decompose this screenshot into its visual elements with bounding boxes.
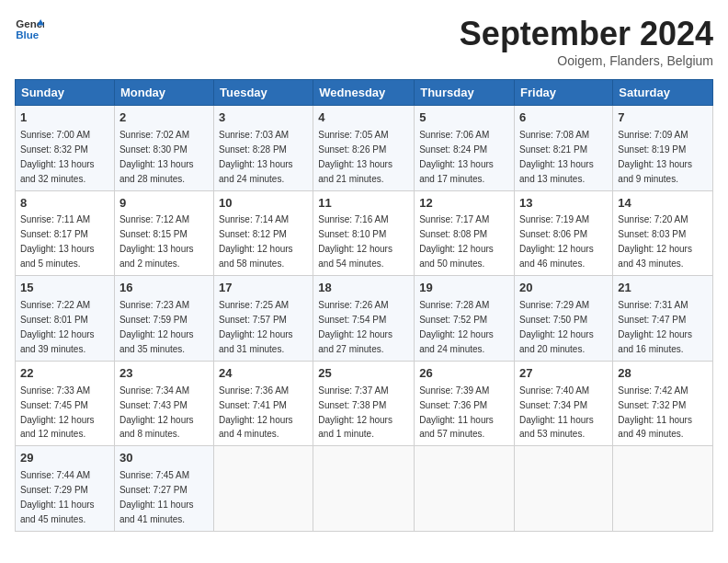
- day-detail: Sunrise: 7:02 AMSunset: 8:30 PMDaylight:…: [119, 130, 194, 184]
- calendar-cell: [313, 446, 415, 532]
- day-number: 26: [419, 365, 509, 383]
- calendar-cell: 25Sunrise: 7:37 AMSunset: 7:38 PMDayligh…: [313, 361, 415, 446]
- calendar-cell: 29Sunrise: 7:44 AMSunset: 7:29 PMDayligh…: [16, 446, 115, 532]
- calendar-cell: 30Sunrise: 7:45 AMSunset: 7:27 PMDayligh…: [114, 446, 213, 532]
- day-detail: Sunrise: 7:33 AMSunset: 7:45 PMDaylight:…: [20, 385, 95, 440]
- calendar-cell: 28Sunrise: 7:42 AMSunset: 7:32 PMDayligh…: [613, 361, 713, 446]
- day-detail: Sunrise: 7:19 AMSunset: 8:06 PMDaylight:…: [519, 214, 594, 269]
- calendar-cell: [613, 446, 713, 532]
- week-row-2: 8Sunrise: 7:11 AMSunset: 8:17 PMDaylight…: [16, 190, 713, 276]
- day-detail: Sunrise: 7:26 AMSunset: 7:54 PMDaylight:…: [318, 300, 392, 354]
- day-detail: Sunrise: 7:40 AMSunset: 7:34 PMDaylight:…: [519, 385, 594, 440]
- calendar-cell: 19Sunrise: 7:28 AMSunset: 7:52 PMDayligh…: [415, 276, 515, 362]
- day-number: 11: [318, 195, 409, 213]
- day-detail: Sunrise: 7:28 AMSunset: 7:52 PMDaylight:…: [419, 300, 494, 354]
- day-detail: Sunrise: 7:22 AMSunset: 8:01 PMDaylight:…: [20, 300, 95, 354]
- calendar-cell: 14Sunrise: 7:20 AMSunset: 8:03 PMDayligh…: [613, 190, 713, 276]
- day-number: 1: [20, 109, 109, 127]
- day-detail: Sunrise: 7:16 AMSunset: 8:10 PMDaylight:…: [318, 214, 392, 269]
- calendar-cell: 7Sunrise: 7:09 AMSunset: 8:19 PMDaylight…: [613, 106, 713, 191]
- month-title: September 2024: [460, 15, 713, 53]
- day-number: 15: [20, 280, 109, 297]
- location-subtitle: Ooigem, Flanders, Belgium: [460, 53, 713, 68]
- calendar-cell: 22Sunrise: 7:33 AMSunset: 7:45 PMDayligh…: [16, 361, 115, 446]
- day-detail: Sunrise: 7:03 AMSunset: 8:28 PMDaylight:…: [219, 130, 293, 184]
- day-detail: Sunrise: 7:06 AMSunset: 8:24 PMDaylight:…: [419, 130, 494, 184]
- calendar-cell: 26Sunrise: 7:39 AMSunset: 7:36 PMDayligh…: [415, 361, 515, 446]
- day-number: 13: [519, 195, 608, 213]
- calendar-cell: 11Sunrise: 7:16 AMSunset: 8:10 PMDayligh…: [313, 190, 415, 276]
- calendar-cell: 20Sunrise: 7:29 AMSunset: 7:50 PMDayligh…: [515, 276, 613, 362]
- week-row-3: 15Sunrise: 7:22 AMSunset: 8:01 PMDayligh…: [16, 276, 713, 362]
- calendar-cell: 15Sunrise: 7:22 AMSunset: 8:01 PMDayligh…: [16, 276, 115, 362]
- page-header: General Blue September 2024 Ooigem, Flan…: [15, 15, 713, 68]
- col-header-saturday: Saturday: [613, 80, 713, 106]
- title-block: September 2024 Ooigem, Flanders, Belgium: [460, 15, 713, 68]
- day-number: 16: [119, 280, 209, 297]
- calendar-cell: 18Sunrise: 7:26 AMSunset: 7:54 PMDayligh…: [313, 276, 415, 362]
- day-detail: Sunrise: 7:42 AMSunset: 7:32 PMDaylight:…: [618, 385, 692, 440]
- day-number: 2: [119, 109, 209, 127]
- calendar-cell: 1Sunrise: 7:00 AMSunset: 8:32 PMDaylight…: [16, 106, 115, 191]
- calendar-body: 1Sunrise: 7:00 AMSunset: 8:32 PMDaylight…: [16, 106, 713, 532]
- calendar-cell: [515, 446, 613, 532]
- calendar-cell: 13Sunrise: 7:19 AMSunset: 8:06 PMDayligh…: [515, 190, 613, 276]
- calendar-cell: 21Sunrise: 7:31 AMSunset: 7:47 PMDayligh…: [613, 276, 713, 362]
- day-detail: Sunrise: 7:29 AMSunset: 7:50 PMDaylight:…: [519, 300, 594, 354]
- calendar-cell: 27Sunrise: 7:40 AMSunset: 7:34 PMDayligh…: [515, 361, 613, 446]
- col-header-tuesday: Tuesday: [214, 80, 313, 106]
- day-number: 14: [618, 195, 708, 213]
- day-detail: Sunrise: 7:17 AMSunset: 8:08 PMDaylight:…: [419, 214, 494, 269]
- day-number: 3: [219, 109, 308, 127]
- day-detail: Sunrise: 7:14 AMSunset: 8:12 PMDaylight:…: [219, 214, 293, 269]
- day-number: 8: [20, 195, 109, 213]
- day-number: 6: [519, 109, 608, 127]
- day-number: 7: [618, 109, 708, 127]
- day-number: 17: [219, 280, 308, 297]
- day-number: 19: [419, 280, 509, 297]
- day-detail: Sunrise: 7:34 AMSunset: 7:43 PMDaylight:…: [119, 385, 194, 440]
- calendar-cell: 24Sunrise: 7:36 AMSunset: 7:41 PMDayligh…: [214, 361, 313, 446]
- col-header-monday: Monday: [114, 80, 213, 106]
- day-detail: Sunrise: 7:08 AMSunset: 8:21 PMDaylight:…: [519, 130, 594, 184]
- day-detail: Sunrise: 7:31 AMSunset: 7:47 PMDaylight:…: [618, 300, 692, 354]
- day-detail: Sunrise: 7:25 AMSunset: 7:57 PMDaylight:…: [219, 300, 293, 354]
- col-header-sunday: Sunday: [16, 80, 115, 106]
- day-detail: Sunrise: 7:37 AMSunset: 7:38 PMDaylight:…: [318, 385, 392, 440]
- calendar-cell: 5Sunrise: 7:06 AMSunset: 8:24 PMDaylight…: [415, 106, 515, 191]
- calendar-cell: 10Sunrise: 7:14 AMSunset: 8:12 PMDayligh…: [214, 190, 313, 276]
- day-detail: Sunrise: 7:36 AMSunset: 7:41 PMDaylight:…: [219, 385, 293, 440]
- calendar-cell: 4Sunrise: 7:05 AMSunset: 8:26 PMDaylight…: [313, 106, 415, 191]
- calendar-cell: 9Sunrise: 7:12 AMSunset: 8:15 PMDaylight…: [114, 190, 213, 276]
- day-number: 23: [119, 365, 209, 383]
- week-row-5: 29Sunrise: 7:44 AMSunset: 7:29 PMDayligh…: [16, 446, 713, 532]
- day-detail: Sunrise: 7:00 AMSunset: 8:32 PMDaylight:…: [20, 130, 95, 184]
- day-detail: Sunrise: 7:05 AMSunset: 8:26 PMDaylight:…: [318, 130, 392, 184]
- day-detail: Sunrise: 7:20 AMSunset: 8:03 PMDaylight:…: [618, 214, 692, 269]
- day-number: 4: [318, 109, 409, 127]
- calendar-cell: 3Sunrise: 7:03 AMSunset: 8:28 PMDaylight…: [214, 106, 313, 191]
- day-detail: Sunrise: 7:12 AMSunset: 8:15 PMDaylight:…: [119, 214, 194, 269]
- day-number: 22: [20, 365, 109, 383]
- calendar-cell: 17Sunrise: 7:25 AMSunset: 7:57 PMDayligh…: [214, 276, 313, 362]
- calendar-cell: 12Sunrise: 7:17 AMSunset: 8:08 PMDayligh…: [415, 190, 515, 276]
- week-row-1: 1Sunrise: 7:00 AMSunset: 8:32 PMDaylight…: [16, 106, 713, 191]
- calendar-cell: 6Sunrise: 7:08 AMSunset: 8:21 PMDaylight…: [515, 106, 613, 191]
- calendar-cell: [415, 446, 515, 532]
- day-number: 30: [119, 450, 209, 467]
- calendar-cell: [214, 446, 313, 532]
- svg-text:Blue: Blue: [16, 29, 40, 40]
- col-header-friday: Friday: [515, 80, 613, 106]
- day-detail: Sunrise: 7:44 AMSunset: 7:29 PMDaylight:…: [20, 470, 95, 524]
- calendar-cell: 16Sunrise: 7:23 AMSunset: 7:59 PMDayligh…: [114, 276, 213, 362]
- day-number: 21: [618, 280, 708, 297]
- col-header-wednesday: Wednesday: [313, 80, 415, 106]
- logo: General Blue: [15, 15, 44, 44]
- calendar-table: SundayMondayTuesdayWednesdayThursdayFrid…: [15, 79, 713, 532]
- day-detail: Sunrise: 7:45 AMSunset: 7:27 PMDaylight:…: [119, 470, 194, 524]
- calendar-cell: 8Sunrise: 7:11 AMSunset: 8:17 PMDaylight…: [16, 190, 115, 276]
- day-number: 29: [20, 450, 109, 467]
- column-headers-row: SundayMondayTuesdayWednesdayThursdayFrid…: [16, 80, 713, 106]
- day-number: 20: [519, 280, 608, 297]
- calendar-cell: 23Sunrise: 7:34 AMSunset: 7:43 PMDayligh…: [114, 361, 213, 446]
